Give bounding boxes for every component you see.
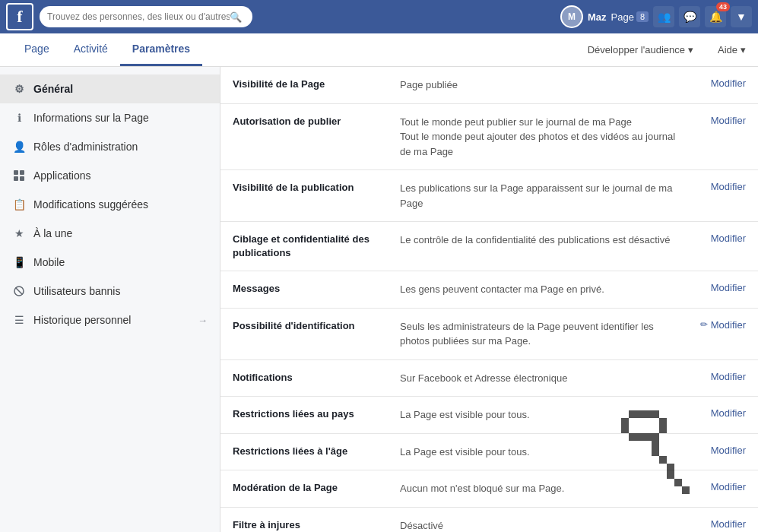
setting-value: La Page est visible pour tous. xyxy=(388,397,690,433)
ban-icon xyxy=(12,284,26,298)
facebook-logo: f xyxy=(6,3,33,30)
settings-row: Notifications Sur Facebook et Adresse él… xyxy=(220,360,758,397)
sidebar-item-label: Général xyxy=(33,83,208,95)
sidebar-item-informations[interactable]: ℹ Informations sur la Page xyxy=(0,103,220,132)
notifications-icon: 🔔 xyxy=(709,11,722,23)
avatar: M xyxy=(560,5,583,28)
aide-btn[interactable]: Aide ▾ xyxy=(706,33,758,66)
star-icon: ★ xyxy=(12,226,26,240)
setting-label: Visibilité de la publication xyxy=(220,170,388,221)
sidebar-item-label: Applications xyxy=(33,169,208,182)
search-input[interactable] xyxy=(47,11,230,22)
modifier-link[interactable]: Modifier xyxy=(711,282,746,293)
setting-action: Modifier xyxy=(690,470,758,507)
settings-icon: ▼ xyxy=(736,11,747,23)
accueil-link[interactable]: Page 8 xyxy=(611,11,649,23)
notifications-icon-btn[interactable]: 🔔 43 xyxy=(705,6,726,27)
svg-rect-0 xyxy=(14,170,18,175)
modifier-link[interactable]: Modifier xyxy=(711,115,746,126)
settings-table: Visibilité de la Page Page publiée Modif… xyxy=(220,67,758,532)
setting-label: Restrictions liées à l'âge xyxy=(220,434,388,470)
friends-icon-btn[interactable]: 👥 xyxy=(653,6,674,27)
setting-value: Le contrôle de la confidentialité des pu… xyxy=(388,222,690,271)
setting-label: Ciblage et confidentialité des publicati… xyxy=(220,222,388,271)
sidebar-item-mobile[interactable]: 📱 Mobile xyxy=(0,248,220,277)
modifier-link[interactable]: Modifier xyxy=(711,518,746,530)
sidebar-item-modifications[interactable]: 📋 Modifications suggérées xyxy=(0,190,220,219)
setting-label: Visibilité de la Page xyxy=(220,67,388,103)
setting-value: Page publiée xyxy=(388,67,690,103)
list-icon: ☰ xyxy=(12,313,26,327)
chevron-down-icon: ▾ xyxy=(688,44,693,55)
modifier-link[interactable]: Modifier xyxy=(711,319,746,331)
sidebar-item-label: À la une xyxy=(33,227,208,239)
messages-icon: 💬 xyxy=(683,11,696,23)
sidebar-item-applications[interactable]: Applications xyxy=(0,161,220,190)
applications-icon xyxy=(12,169,26,182)
pencil-icon: ✏ xyxy=(700,319,708,330)
setting-action: Modifier xyxy=(690,271,758,308)
page-tabs: Page Activité Paramètres Développer l'au… xyxy=(0,33,758,67)
modifier-link[interactable]: Modifier xyxy=(711,445,746,456)
svg-line-5 xyxy=(16,288,23,295)
sidebar-item-label: Informations sur la Page xyxy=(33,112,208,124)
setting-label: Possibilité d'identification xyxy=(220,309,388,359)
tab-page[interactable]: Page xyxy=(12,33,62,66)
settings-row: Messages Les gens peuvent contacter ma P… xyxy=(220,271,758,309)
gear-icon: ⚙ xyxy=(12,82,26,96)
svg-rect-2 xyxy=(14,176,18,181)
modifier-link[interactable]: Modifier xyxy=(711,78,746,89)
sidebar-item-bannis[interactable]: Utilisateurs bannis xyxy=(0,277,220,306)
setting-label: Messages xyxy=(220,271,388,308)
modifier-link[interactable]: Modifier xyxy=(711,481,746,492)
modifier-link[interactable]: Modifier xyxy=(711,233,746,244)
settings-row: Filtre à injures Désactivé Modifier xyxy=(220,508,758,532)
sidebar-item-alaune[interactable]: ★ À la une xyxy=(0,219,220,248)
setting-action: ✏ Modifier xyxy=(690,309,758,359)
setting-value: Aucun mot n'est bloqué sur ma Page. xyxy=(388,470,690,507)
setting-value: Tout le monde peut publier sur le journa… xyxy=(388,104,690,170)
setting-action: Modifier xyxy=(690,67,758,103)
info-icon: ℹ xyxy=(12,111,26,125)
modifier-link[interactable]: Modifier xyxy=(711,181,746,192)
person-icon: 👤 xyxy=(12,140,26,154)
content-area: ⚙ Général ℹ Informations sur la Page 👤 R… xyxy=(0,67,758,532)
top-nav: f 🔍 M Maz Page 8 👥 💬 🔔 43 ▼ xyxy=(0,0,758,33)
setting-value: Les gens peuvent contacter ma Page en pr… xyxy=(388,271,690,308)
messages-icon-btn[interactable]: 💬 xyxy=(679,6,700,27)
search-bar[interactable]: 🔍 xyxy=(40,6,252,27)
sidebar-item-label: Rôles d'administration xyxy=(33,141,208,153)
sidebar-item-historique[interactable]: ☰ Historique personnel → xyxy=(0,306,220,334)
sidebar-item-label: Mobile xyxy=(33,256,208,268)
setting-value: Seuls les administrateurs de la Page peu… xyxy=(388,309,690,359)
friends-icon: 👥 xyxy=(658,11,671,23)
svg-rect-1 xyxy=(20,170,24,175)
tab-activite[interactable]: Activité xyxy=(62,33,120,66)
sidebar-item-label: Utilisateurs bannis xyxy=(33,285,208,297)
user-name[interactable]: Maz xyxy=(588,11,607,23)
mobile-icon: 📱 xyxy=(12,255,26,269)
dev-audience-btn[interactable]: Développer l'audience ▾ xyxy=(576,33,706,66)
sidebar-item-roles[interactable]: 👤 Rôles d'administration xyxy=(0,132,220,161)
settings-row: Modération de la Page Aucun mot n'est bl… xyxy=(220,470,758,508)
tab-parametres[interactable]: Paramètres xyxy=(120,33,202,66)
sidebar-item-general[interactable]: ⚙ Général xyxy=(0,74,220,103)
modifier-link[interactable]: Modifier xyxy=(711,371,746,382)
notification-badge: 43 xyxy=(716,2,730,11)
settings-row: Ciblage et confidentialité des publicati… xyxy=(220,222,758,271)
settings-icon-btn[interactable]: ▼ xyxy=(731,6,752,27)
search-icon: 🔍 xyxy=(230,11,242,23)
setting-value: Sur Facebook et Adresse électronique xyxy=(388,360,690,397)
svg-rect-3 xyxy=(20,176,24,181)
settings-row: Autorisation de publier Tout le monde pe… xyxy=(220,104,758,171)
sidebar-item-label: Modifications suggérées xyxy=(33,198,208,211)
settings-panel: Visibilité de la Page Page publiée Modif… xyxy=(220,67,758,532)
settings-row: Restrictions liées à l'âge La Page est v… xyxy=(220,434,758,471)
setting-action: Modifier xyxy=(690,104,758,170)
setting-action: Modifier xyxy=(690,434,758,470)
setting-action: Modifier xyxy=(690,222,758,271)
setting-value: La Page est visible pour tous. xyxy=(388,434,690,470)
setting-value: Les publications sur la Page apparaissen… xyxy=(388,170,690,221)
setting-label: Modération de la Page xyxy=(220,470,388,507)
modifier-link[interactable]: Modifier xyxy=(711,407,746,419)
